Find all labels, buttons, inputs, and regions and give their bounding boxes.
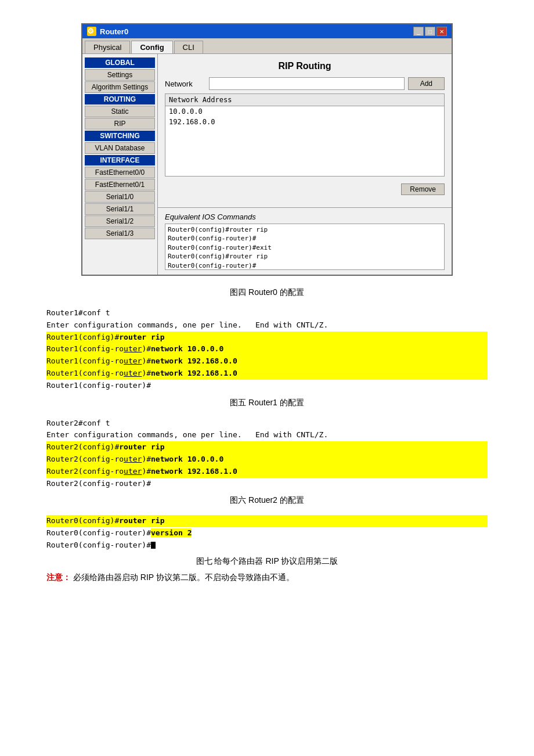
router2-line-1: Enter configuration commands, one per li… bbox=[46, 429, 488, 441]
sidebar-item-fastethernet00[interactable]: FastEthernet0/0 bbox=[85, 167, 155, 178]
tab-cli[interactable]: CLI bbox=[174, 41, 203, 53]
network-input[interactable] bbox=[209, 77, 405, 90]
router2-line-2: Router2(config)#router rip bbox=[46, 441, 488, 453]
figure-7-caption: 图七 给每个路由器 RIP 协议启用第二版 bbox=[12, 556, 522, 567]
network-label: Network bbox=[165, 80, 205, 88]
figure-6-caption: 图六 Rotuer2 的配置 bbox=[12, 495, 522, 506]
router1-line-5: Router1(config-router)#network 192.168.1… bbox=[46, 368, 488, 380]
ios-terminal[interactable]: Router0(config)#router rip Router0(confi… bbox=[165, 224, 445, 270]
ios-label: Equivalent IOS Commands bbox=[165, 213, 445, 221]
minimize-button[interactable]: _ bbox=[413, 27, 424, 36]
sidebar-item-rip[interactable]: RIP bbox=[85, 118, 155, 129]
router2-line-4: Router2(config-router)#network 192.168.1… bbox=[46, 466, 488, 478]
router0-version-line-2: Router0(config-router)# bbox=[46, 539, 488, 552]
note-section: 注意： 必须给路由器启动 RIP 协议第二版。不启动会导致路由不通。 bbox=[46, 573, 488, 583]
rip-routing-title: RIP Routing bbox=[165, 61, 445, 71]
network-table-body: 10.0.0.0 192.168.0.0 bbox=[165, 106, 444, 176]
tab-config[interactable]: Config bbox=[131, 41, 172, 53]
sidebar-item-static[interactable]: Static bbox=[85, 106, 155, 117]
window-controls: _ □ ✕ bbox=[413, 27, 447, 36]
window-tabs: Physical Config CLI bbox=[82, 38, 452, 54]
sidebar-item-algorithm-settings[interactable]: Algorithm Settings bbox=[85, 81, 155, 93]
note-label: 注意： bbox=[46, 573, 71, 582]
sidebar-item-serial10[interactable]: Serial1/0 bbox=[85, 191, 155, 203]
add-button[interactable]: Add bbox=[408, 77, 445, 90]
router2-code-block: Router2#conf t Enter configuration comma… bbox=[46, 417, 488, 490]
sidebar-header-routing: ROUTING bbox=[85, 94, 155, 105]
router1-line-0: Router1#conf t bbox=[46, 307, 488, 319]
titlebar-title: ⚙ Router0 bbox=[87, 27, 128, 36]
router-icon: ⚙ bbox=[87, 27, 96, 36]
router0-version-line-0: Router0(config)#router rip bbox=[46, 515, 488, 527]
remove-button[interactable]: Remove bbox=[401, 183, 445, 195]
network-entry-2[interactable]: 192.168.0.0 bbox=[165, 117, 444, 127]
window-body: GLOBAL Settings Algorithm Settings ROUTI… bbox=[82, 54, 452, 275]
sidebar-item-fastethernet01[interactable]: FastEthernet0/1 bbox=[85, 179, 155, 190]
sidebar-header-switching: SWITCHING bbox=[85, 131, 155, 141]
note-text: 必须给路由器启动 RIP 协议第二版。不启动会导致路由不通。 bbox=[73, 573, 294, 582]
sidebar-item-serial11[interactable]: Serial1/1 bbox=[85, 203, 155, 215]
router1-line-1: Enter configuration commands, one per li… bbox=[46, 319, 488, 332]
router1-line-6: Router1(config-router)# bbox=[46, 380, 488, 392]
figure-5-caption: 图五 Router1 的配置 bbox=[12, 398, 522, 408]
router2-line-3: Router2(config-router)#network 10.0.0.0 bbox=[46, 453, 488, 466]
sidebar-item-serial12[interactable]: Serial1/2 bbox=[85, 215, 155, 227]
router1-line-3: Router1(config-router)#network 10.0.0.0 bbox=[46, 343, 488, 355]
network-input-row: Network Add bbox=[165, 77, 445, 90]
router0-version-line-1: Router0(config-router)#version 2 bbox=[46, 527, 488, 539]
sidebar-item-settings[interactable]: Settings bbox=[85, 69, 155, 81]
figure-4-caption: 图四 Router0 的配置 bbox=[12, 287, 522, 298]
ios-line-4: Router0(config-router)# bbox=[168, 261, 442, 270]
router1-line-2: Router1(config)#router rip bbox=[46, 332, 488, 344]
network-entry-1[interactable]: 10.0.0.0 bbox=[165, 106, 444, 117]
router2-line-5: Router2(config-router)# bbox=[46, 478, 488, 490]
router-window: ⚙ Router0 _ □ ✕ Physical Config CLI GLOB… bbox=[81, 23, 453, 276]
ios-line-0: Router0(config)#router rip bbox=[168, 225, 442, 234]
ios-line-1: Router0(config-router)# bbox=[168, 234, 442, 243]
sidebar: GLOBAL Settings Algorithm Settings ROUTI… bbox=[82, 54, 158, 275]
ios-commands-section: Equivalent IOS Commands Router0(config)#… bbox=[158, 207, 452, 275]
tab-physical[interactable]: Physical bbox=[85, 41, 130, 53]
window-titlebar: ⚙ Router0 _ □ ✕ bbox=[82, 24, 452, 38]
ios-line-3: Router0(config)#router rip bbox=[168, 252, 442, 261]
close-button[interactable]: ✕ bbox=[436, 27, 447, 36]
network-table: Network Address 10.0.0.0 192.168.0.0 bbox=[165, 93, 445, 177]
sidebar-item-vlan-database[interactable]: VLAN Database bbox=[85, 142, 155, 154]
sidebar-item-serial13[interactable]: Serial1/3 bbox=[85, 228, 155, 239]
network-table-header: Network Address bbox=[165, 94, 444, 106]
router0-version-code-block: Router0(config)#router rip Router0(confi… bbox=[46, 515, 488, 551]
ios-line-2: Router0(config-router)#exit bbox=[168, 243, 442, 252]
window-title: Router0 bbox=[100, 27, 128, 36]
router1-code-block: Router1#conf t Enter configuration comma… bbox=[46, 307, 488, 392]
maximize-button[interactable]: □ bbox=[425, 27, 435, 36]
router1-line-4: Router1(config-router)#network 192.168.0… bbox=[46, 355, 488, 368]
rip-routing-panel: RIP Routing Network Add Network Address … bbox=[158, 54, 452, 207]
sidebar-header-global: GLOBAL bbox=[85, 57, 155, 68]
sidebar-header-interface: INTERFACE bbox=[85, 155, 155, 165]
router2-line-0: Router2#conf t bbox=[46, 417, 488, 430]
